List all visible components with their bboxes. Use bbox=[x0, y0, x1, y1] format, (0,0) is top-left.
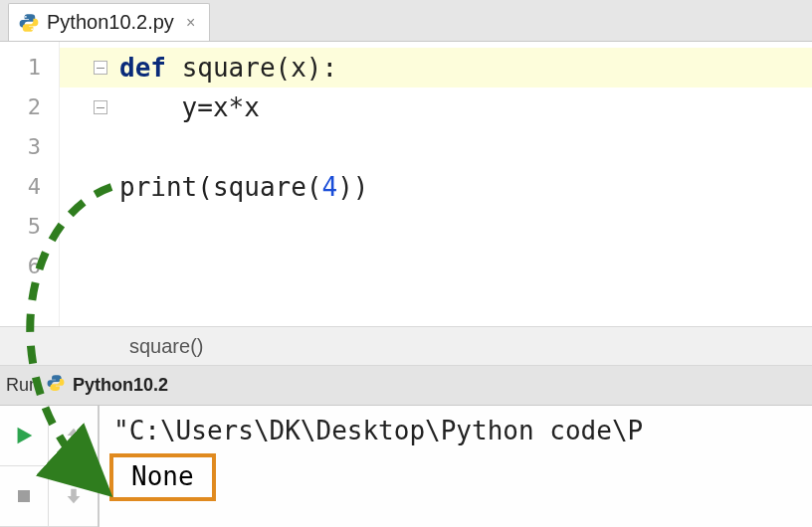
code-token: square bbox=[182, 53, 276, 83]
line-number: 3 bbox=[0, 127, 59, 167]
line-number: 6 bbox=[0, 247, 59, 286]
code-token: y=x*x bbox=[119, 92, 260, 122]
step-down-button[interactable] bbox=[49, 466, 98, 527]
fold-toggle-icon[interactable] bbox=[94, 61, 107, 75]
line-number: 1 bbox=[0, 48, 59, 88]
svg-rect-3 bbox=[18, 490, 30, 502]
file-tab-label: Python10.2.py bbox=[47, 11, 174, 34]
svg-point-1 bbox=[31, 28, 33, 30]
line-number: 2 bbox=[0, 88, 59, 127]
run-config-name: Python10.2 bbox=[73, 375, 168, 396]
python-file-icon bbox=[47, 374, 65, 397]
console-toolbar bbox=[0, 406, 100, 527]
line-number-gutter: 1 2 3 4 5 6 bbox=[0, 42, 60, 326]
console-result-text: None bbox=[131, 461, 194, 491]
structure-breadcrumb[interactable]: square() bbox=[0, 326, 812, 366]
svg-point-0 bbox=[25, 15, 27, 17]
console-result-highlight: None bbox=[109, 453, 216, 501]
code-line[interactable] bbox=[60, 207, 812, 247]
run-panel-header[interactable]: Run Python10.2 bbox=[0, 366, 812, 406]
code-token: def bbox=[119, 53, 182, 83]
fold-toggle-icon[interactable] bbox=[94, 100, 107, 114]
step-up-button[interactable] bbox=[49, 406, 98, 466]
breadcrumb-text: square() bbox=[129, 335, 203, 358]
line-number: 4 bbox=[0, 167, 59, 207]
run-panel-label: Run bbox=[6, 375, 39, 396]
stop-button[interactable] bbox=[0, 466, 49, 527]
code-editor[interactable]: 1 2 3 4 5 6 def square(x): y=x*xprint(sq… bbox=[0, 42, 812, 326]
code-line[interactable] bbox=[60, 247, 812, 286]
close-tab-icon[interactable]: × bbox=[182, 14, 199, 32]
code-line[interactable]: def square(x): bbox=[60, 48, 812, 88]
code-line[interactable] bbox=[60, 127, 812, 167]
code-line[interactable]: y=x*x bbox=[60, 88, 812, 127]
code-line[interactable]: print(square(4)) bbox=[60, 167, 812, 207]
code-token: print(square( bbox=[119, 172, 322, 202]
console-path-line: "C:\Users\DK\Desktop\Python code\P bbox=[113, 416, 798, 445]
run-button[interactable] bbox=[0, 406, 49, 466]
code-token: (x): bbox=[276, 53, 338, 83]
console-panel: "C:\Users\DK\Desktop\Python code\P None bbox=[0, 406, 812, 527]
tab-bar: Python10.2.py × bbox=[0, 0, 812, 42]
svg-marker-2 bbox=[18, 428, 33, 444]
code-area[interactable]: def square(x): y=x*xprint(square(4)) bbox=[60, 42, 812, 326]
line-number: 5 bbox=[0, 207, 59, 247]
console-output[interactable]: "C:\Users\DK\Desktop\Python code\P None bbox=[100, 406, 812, 527]
code-token: 4 bbox=[322, 172, 338, 202]
python-file-icon bbox=[19, 13, 39, 33]
code-token: )) bbox=[337, 172, 368, 202]
file-tab[interactable]: Python10.2.py × bbox=[8, 3, 210, 41]
